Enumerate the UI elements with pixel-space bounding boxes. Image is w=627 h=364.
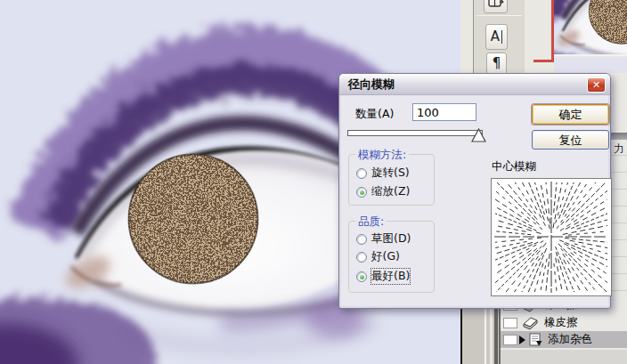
radial-blur-dialog: 径向模糊 ✕ 数量(A) 确定 复位 模糊方法: 旋转(S) 缩放(Z) — [338, 73, 611, 309]
blur-method-group: 模糊方法: 旋转(S) 缩放(Z) — [348, 154, 435, 206]
dialog-title-bar[interactable]: 径向模糊 — [339, 74, 610, 95]
radial-rays-graphic — [492, 179, 611, 295]
radio-icon[interactable] — [356, 252, 367, 263]
radio-good[interactable]: 好(G) — [356, 249, 400, 264]
current-state-triangle-icon — [519, 336, 525, 344]
radio-selected-icon[interactable] — [356, 271, 367, 282]
character-panel-button[interactable]: A — [485, 24, 508, 50]
history-state-icon — [529, 333, 542, 346]
radio-selected-icon[interactable] — [356, 187, 367, 198]
palette-well-button[interactable] — [484, 0, 508, 13]
reset-button[interactable]: 复位 — [532, 130, 609, 150]
quality-label: 品质: — [355, 214, 387, 230]
ok-button[interactable]: 确定 — [532, 104, 609, 125]
paragraph-panel-button[interactable]: ¶ — [486, 53, 507, 75]
eraser-icon — [521, 315, 539, 330]
window-gutter — [462, 309, 499, 364]
strip-divider — [476, 15, 522, 16]
navigator-eye-thumbnail — [554, 0, 627, 56]
character-panel-icon: A — [491, 30, 500, 44]
dialog-title: 径向模糊 — [348, 77, 395, 91]
text-cursor-line — [501, 30, 502, 44]
radio-best[interactable]: 最好(B) — [356, 269, 410, 284]
blur-method-label: 模糊方法: — [355, 148, 409, 163]
close-button[interactable]: ✕ — [587, 77, 606, 93]
radio-icon[interactable] — [356, 168, 367, 179]
radio-spin[interactable]: 旋转(S) — [356, 166, 410, 181]
proxy-view-border-vertical — [551, 0, 554, 62]
slider-thumb[interactable] — [471, 128, 486, 146]
history-row-eraser[interactable]: 橡皮擦 — [501, 314, 627, 331]
panel-edge-light — [490, 309, 493, 364]
panel-edge-shadow — [494, 309, 498, 364]
history-row-label: 橡皮擦 — [544, 315, 578, 330]
slider-track[interactable] — [347, 130, 483, 136]
history-row-label: 添加杂色 — [548, 332, 592, 347]
palette-well-icon — [488, 0, 504, 8]
amount-label: 数量(A) — [355, 107, 394, 122]
radio-zoom[interactable]: 缩放(Z) — [356, 184, 410, 199]
radio-icon[interactable] — [356, 234, 367, 245]
history-panel-footer — [501, 350, 627, 364]
blur-center-preview[interactable] — [491, 178, 612, 296]
history-brush-well[interactable] — [503, 335, 517, 345]
photoshop-window: A ¶ 力 橡皮擦 橡 — [0, 0, 627, 364]
panel-edge-highlight — [484, 309, 486, 364]
paragraph-panel-icon: ¶ — [493, 57, 501, 70]
quality-group: 品质: 草图(D) 好(G) 最好(B) — [348, 221, 435, 293]
proxy-view-border-horizontal — [533, 60, 554, 62]
amount-slider[interactable] — [347, 127, 488, 143]
history-row-add-noise[interactable]: 添加杂色 — [501, 331, 627, 348]
history-brush-well[interactable] — [503, 318, 517, 328]
close-icon: ✕ — [592, 79, 600, 91]
radio-draft[interactable]: 草图(D) — [356, 231, 411, 247]
navigator-margin — [554, 58, 627, 73]
type-palette-strip: A ¶ — [473, 0, 525, 73]
blur-center-label: 中心模糊 — [492, 159, 536, 174]
navigator-preview[interactable] — [554, 0, 627, 56]
amount-input[interactable] — [412, 103, 476, 121]
